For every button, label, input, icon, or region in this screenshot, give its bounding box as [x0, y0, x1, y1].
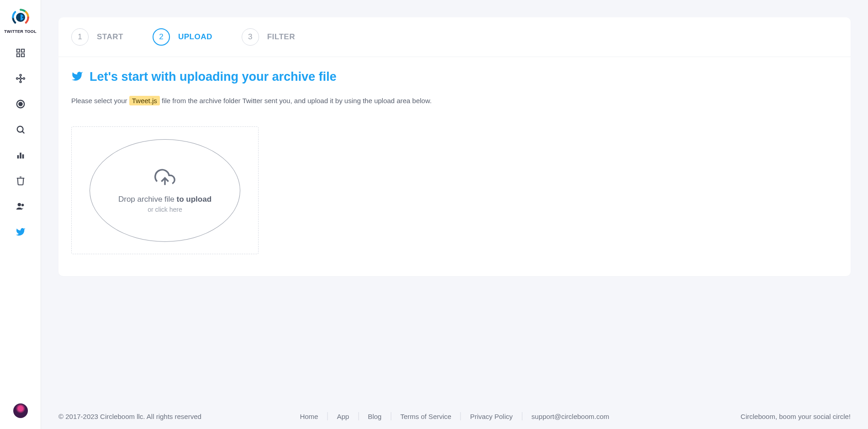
footer-links: Home App Blog Terms of Service Privacy P… — [291, 412, 618, 420]
svg-point-17 — [17, 126, 23, 132]
step-start[interactable]: 1 START — [71, 28, 123, 46]
step-content: Let's start with uploading your archive … — [58, 57, 851, 276]
svg-point-22 — [17, 203, 21, 206]
dz-pre: Drop archive file — [118, 195, 177, 204]
svg-point-10 — [23, 78, 25, 79]
nav-network[interactable] — [15, 73, 26, 84]
footer-link-blog[interactable]: Blog — [359, 413, 391, 420]
svg-rect-2 — [16, 49, 19, 52]
step-number: 1 — [71, 28, 89, 46]
svg-line-18 — [22, 131, 24, 134]
step-label: START — [97, 32, 123, 42]
wizard-card: 1 START 2 UPLOAD 3 FILTER Let's start wi… — [58, 17, 851, 276]
dropzone-container: Drop archive file to upload or click her… — [71, 126, 259, 254]
nav-search[interactable] — [15, 124, 26, 135]
footer-link-app[interactable]: App — [328, 413, 358, 420]
svg-rect-19 — [17, 155, 19, 158]
nav-dashboard[interactable] — [15, 47, 26, 58]
main-content: 1 START 2 UPLOAD 3 FILTER Let's start wi… — [41, 0, 868, 276]
svg-point-23 — [21, 204, 24, 207]
svg-rect-5 — [21, 54, 24, 57]
instruction-post: file from the archive folder Twitter sen… — [162, 97, 432, 105]
instruction-text: Please select your Tweet.js file from th… — [71, 97, 838, 105]
instruction-pre: Please select your — [71, 97, 129, 105]
step-number: 2 — [153, 28, 170, 46]
upload-dropzone[interactable]: Drop archive file to upload or click her… — [90, 139, 240, 242]
wizard-steps: 1 START 2 UPLOAD 3 FILTER — [58, 17, 851, 57]
footer-tagline: Circleboom, boom your social circle! — [741, 413, 851, 420]
svg-point-7 — [20, 74, 21, 76]
svg-point-9 — [16, 78, 18, 79]
footer-link-support[interactable]: support@circleboom.com — [522, 413, 618, 420]
step-label: UPLOAD — [178, 32, 212, 42]
footer: © 2017-2023 Circleboom llc. All rights r… — [41, 403, 868, 429]
nav-stats[interactable] — [15, 150, 26, 161]
svg-point-16 — [19, 102, 22, 105]
cloud-upload-icon — [154, 167, 175, 195]
step-label: FILTER — [267, 32, 295, 42]
dz-bold: to upload — [177, 195, 212, 204]
page-title-row: Let's start with uploading your archive … — [71, 70, 838, 84]
footer-copyright: © 2017-2023 Circleboom llc. All rights r… — [58, 413, 201, 420]
logo-icon — [11, 8, 30, 26]
svg-rect-4 — [16, 54, 19, 57]
svg-point-8 — [20, 81, 21, 83]
svg-rect-20 — [20, 153, 21, 159]
twitter-icon — [71, 70, 83, 84]
svg-rect-21 — [22, 154, 24, 158]
step-number: 3 — [242, 28, 259, 46]
nav-users[interactable] — [15, 201, 26, 212]
sidebar: TWITTER TOOL — [0, 0, 41, 429]
svg-rect-3 — [21, 49, 24, 52]
svg-point-6 — [20, 78, 21, 79]
footer-link-home[interactable]: Home — [291, 413, 327, 420]
svg-point-1 — [22, 16, 23, 18]
page-title: Let's start with uploading your archive … — [90, 70, 337, 84]
nav-trash[interactable] — [15, 175, 26, 186]
dropzone-text-secondary: or click here — [148, 206, 182, 213]
nav-twitter[interactable] — [15, 226, 26, 237]
dropzone-text-primary: Drop archive file to upload — [118, 195, 212, 204]
filename-highlight: Tweet.js — [129, 96, 160, 105]
brand-logo[interactable]: TWITTER TOOL — [4, 8, 37, 34]
step-filter[interactable]: 3 FILTER — [242, 28, 295, 46]
footer-link-tos[interactable]: Terms of Service — [391, 413, 460, 420]
brand-name: TWITTER TOOL — [4, 29, 37, 34]
nav-items — [15, 47, 26, 237]
nav-target[interactable] — [15, 99, 26, 110]
footer-link-privacy[interactable]: Privacy Policy — [461, 413, 522, 420]
user-avatar[interactable] — [13, 403, 28, 418]
step-upload[interactable]: 2 UPLOAD — [153, 28, 212, 46]
